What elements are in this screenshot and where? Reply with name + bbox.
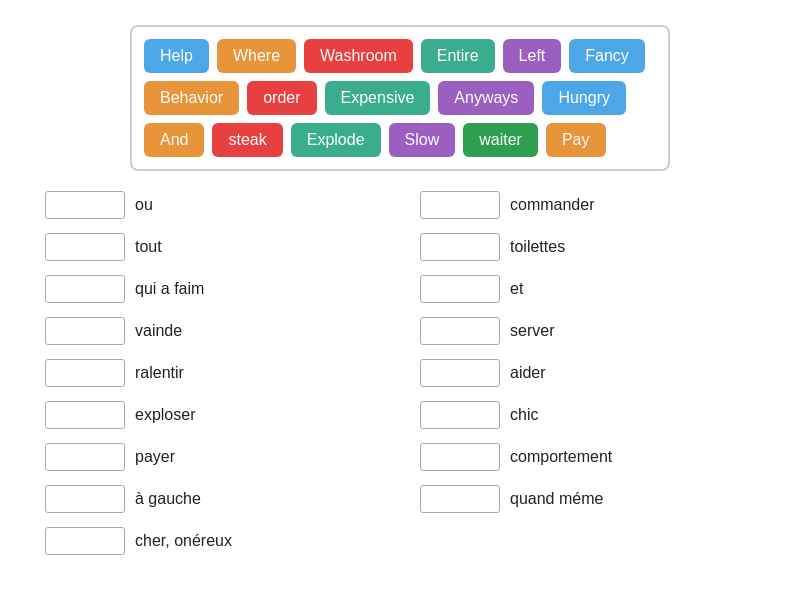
word-tile-waiter[interactable]: waiter — [463, 123, 538, 157]
match-row-left-cher-onereux: cher, onéreux — [45, 527, 380, 555]
left-column: outoutqui a faimvainderalentirexploserpa… — [45, 191, 380, 555]
answer-box-right-comportement[interactable] — [420, 443, 500, 471]
answer-box-payer[interactable] — [45, 443, 125, 471]
match-row-left-vainde: vainde — [45, 317, 380, 345]
match-row-left-tout: tout — [45, 233, 380, 261]
match-label-tout: tout — [135, 238, 162, 256]
match-label-payer: payer — [135, 448, 175, 466]
answer-box-vainde[interactable] — [45, 317, 125, 345]
match-label-exploser: exploser — [135, 406, 195, 424]
answer-box-right-chic[interactable] — [420, 401, 500, 429]
word-tile-left[interactable]: Left — [503, 39, 562, 73]
word-tile-and[interactable]: And — [144, 123, 204, 157]
word-tile-explode[interactable]: Explode — [291, 123, 381, 157]
answer-box-qui-a-faim[interactable] — [45, 275, 125, 303]
answer-box-ou[interactable] — [45, 191, 125, 219]
word-tile-expensive[interactable]: Expensive — [325, 81, 431, 115]
answer-box-right-quand-meme[interactable] — [420, 485, 500, 513]
match-row-right-commander: commander — [420, 191, 755, 219]
match-label-ralentir: ralentir — [135, 364, 184, 382]
match-row-right-comportement: comportement — [420, 443, 755, 471]
match-label-right-commander: commander — [510, 196, 594, 214]
match-label-qui-a-faim: qui a faim — [135, 280, 204, 298]
word-tile-washroom[interactable]: Washroom — [304, 39, 413, 73]
answer-box-right-et[interactable] — [420, 275, 500, 303]
match-label-right-et: et — [510, 280, 523, 298]
match-row-right-toilettes: toilettes — [420, 233, 755, 261]
match-label-right-comportement: comportement — [510, 448, 612, 466]
match-row-right-aider: aider — [420, 359, 755, 387]
word-tile-help[interactable]: Help — [144, 39, 209, 73]
word-tile-where[interactable]: Where — [217, 39, 296, 73]
match-label-right-quand-meme: quand méme — [510, 490, 603, 508]
right-column: commandertoilettesetserveraiderchiccompo… — [420, 191, 755, 555]
word-tile-pay[interactable]: Pay — [546, 123, 606, 157]
match-label-a-gauche: à gauche — [135, 490, 201, 508]
word-bank: HelpWhereWashroomEntireLeftFancyBehavior… — [130, 25, 670, 171]
word-tile-fancy[interactable]: Fancy — [569, 39, 645, 73]
match-label-cher-onereux: cher, onéreux — [135, 532, 232, 550]
match-label-ou: ou — [135, 196, 153, 214]
match-row-right-et: et — [420, 275, 755, 303]
match-label-vainde: vainde — [135, 322, 182, 340]
match-label-right-toilettes: toilettes — [510, 238, 565, 256]
answer-box-right-server[interactable] — [420, 317, 500, 345]
match-row-left-payer: payer — [45, 443, 380, 471]
answer-box-a-gauche[interactable] — [45, 485, 125, 513]
match-row-right-server: server — [420, 317, 755, 345]
matching-section: outoutqui a faimvainderalentirexploserpa… — [15, 191, 785, 555]
word-tile-behavior[interactable]: Behavior — [144, 81, 239, 115]
answer-box-ralentir[interactable] — [45, 359, 125, 387]
word-tile-steak[interactable]: steak — [212, 123, 282, 157]
match-label-right-server: server — [510, 322, 554, 340]
word-tile-entire[interactable]: Entire — [421, 39, 495, 73]
match-row-right-quand-meme: quand méme — [420, 485, 755, 513]
answer-box-tout[interactable] — [45, 233, 125, 261]
match-row-left-ou: ou — [45, 191, 380, 219]
match-row-left-a-gauche: à gauche — [45, 485, 380, 513]
answer-box-cher-onereux[interactable] — [45, 527, 125, 555]
match-label-right-aider: aider — [510, 364, 546, 382]
match-row-left-exploser: exploser — [45, 401, 380, 429]
answer-box-right-aider[interactable] — [420, 359, 500, 387]
match-row-left-ralentir: ralentir — [45, 359, 380, 387]
answer-box-right-commander[interactable] — [420, 191, 500, 219]
word-tile-hungry[interactable]: Hungry — [542, 81, 626, 115]
word-tile-anyways[interactable]: Anyways — [438, 81, 534, 115]
answer-box-right-toilettes[interactable] — [420, 233, 500, 261]
word-tile-order[interactable]: order — [247, 81, 316, 115]
match-row-left-qui-a-faim: qui a faim — [45, 275, 380, 303]
word-tile-slow[interactable]: Slow — [389, 123, 456, 157]
match-row-right-chic: chic — [420, 401, 755, 429]
answer-box-exploser[interactable] — [45, 401, 125, 429]
match-label-right-chic: chic — [510, 406, 538, 424]
